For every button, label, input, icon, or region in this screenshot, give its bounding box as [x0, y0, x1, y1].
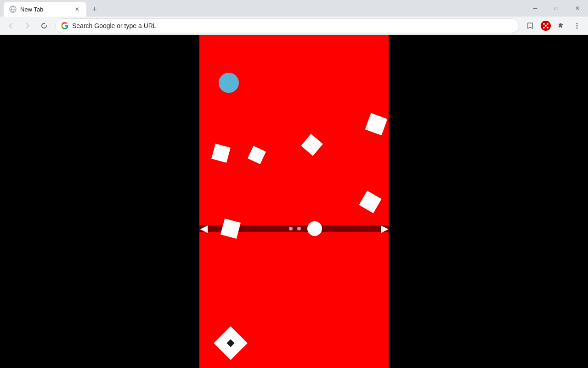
- paddle-left-arrow[interactable]: ◀: [200, 225, 207, 232]
- tab-strip: New Tab ✕ +: [0, 2, 525, 17]
- svg-point-7: [545, 25, 547, 27]
- chrome-browser-window: New Tab ✕ + ─ □ ✕: [0, 0, 588, 368]
- tab-bar: New Tab ✕ + ─ □ ✕: [0, 0, 588, 17]
- minimize-button[interactable]: ─: [525, 0, 546, 17]
- obstacle-1: [365, 113, 388, 136]
- window-controls: ─ □ ✕: [525, 0, 588, 17]
- obstacle-4: [301, 134, 323, 156]
- address-bar: Search Google or type a URL: [0, 17, 588, 35]
- active-tab[interactable]: New Tab ✕: [4, 2, 86, 17]
- tab-title: New Tab: [20, 6, 70, 13]
- game-canvas[interactable]: ◀ ▶: [199, 35, 389, 368]
- bookmark-button[interactable]: [523, 18, 537, 33]
- black-left-area: [0, 35, 199, 368]
- close-button[interactable]: ✕: [567, 0, 588, 17]
- back-button[interactable]: [4, 18, 18, 33]
- toolbar-actions: [523, 18, 584, 33]
- omnibox-text: Search Google or type a URL: [72, 22, 513, 29]
- chrome-menu-button[interactable]: [570, 18, 584, 33]
- paddle-right-arrow[interactable]: ▶: [381, 225, 388, 232]
- black-right-area: [389, 35, 588, 368]
- svg-point-5: [543, 27, 545, 29]
- omnibox[interactable]: Search Google or type a URL: [55, 18, 519, 33]
- svg-point-10: [577, 27, 578, 29]
- tab-close-button[interactable]: ✕: [74, 6, 81, 13]
- paddle-bar[interactable]: ◀ ▶: [199, 225, 389, 232]
- google-icon: [61, 22, 68, 29]
- paddle-dot-1: [289, 227, 293, 230]
- player-circle: [219, 73, 239, 93]
- tab-favicon-icon: [9, 6, 17, 13]
- svg-point-3: [543, 23, 545, 25]
- svg-point-4: [547, 23, 548, 25]
- reload-button[interactable]: [37, 18, 51, 33]
- profile-button[interactable]: [538, 18, 553, 33]
- new-tab-button[interactable]: +: [88, 3, 101, 16]
- svg-point-6: [547, 27, 548, 29]
- obstacle-5: [359, 190, 381, 213]
- paddle-ball: [307, 221, 322, 236]
- maximize-button[interactable]: □: [546, 0, 567, 17]
- svg-point-8: [577, 23, 578, 24]
- bottom-diamond: [214, 326, 248, 360]
- paddle-obstacle: [220, 218, 241, 239]
- obstacle-2: [211, 144, 231, 163]
- content-area: ◀ ▶: [0, 35, 588, 368]
- profile-avatar-icon: [540, 20, 551, 31]
- diamond-inner: [227, 339, 235, 347]
- extensions-button[interactable]: [554, 18, 569, 33]
- forward-button[interactable]: [20, 18, 35, 33]
- obstacle-3: [248, 146, 266, 164]
- paddle-dot-2: [297, 227, 301, 230]
- svg-point-9: [577, 25, 578, 26]
